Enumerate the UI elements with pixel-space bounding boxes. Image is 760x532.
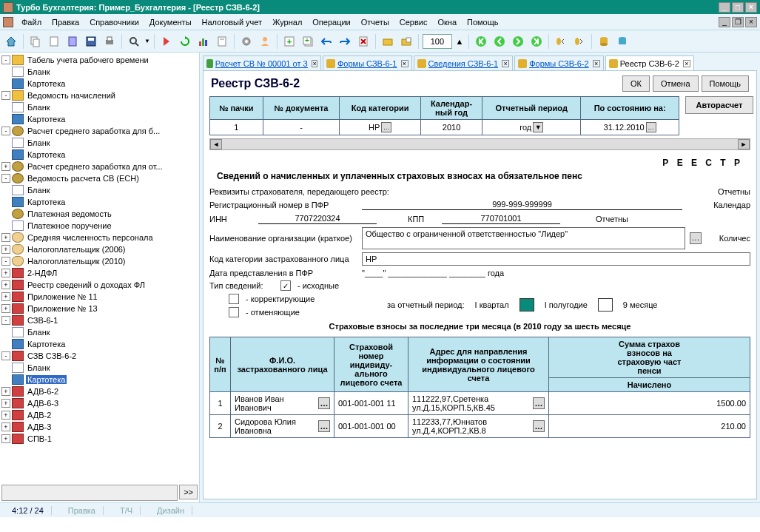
db2-icon[interactable] [614, 33, 630, 50]
tree-node[interactable]: Бланк [1, 326, 198, 338]
tree-node[interactable]: -Ведомость начислений [1, 90, 198, 101]
tree-node[interactable]: Платежное поручение [1, 220, 198, 232]
close-button[interactable]: × [745, 2, 757, 13]
menu-edit[interactable]: Правка [47, 16, 84, 29]
expand-icon[interactable]: + [1, 434, 10, 443]
addr-picker-icon[interactable]: … [533, 420, 545, 432]
tree-node[interactable]: -СЗВ-6-1 [1, 314, 198, 326]
tree-node[interactable]: +Приложение № 11 [1, 291, 198, 303]
tree-node[interactable]: +Приложение № 13 [1, 303, 198, 314]
tree-node[interactable]: +Налогоплательщик (2006) [1, 243, 198, 255]
tree-node[interactable]: +АДВ-6-3 [1, 397, 198, 409]
tree-node[interactable]: +Расчет среднего заработка для от... [1, 161, 198, 172]
home-icon[interactable] [3, 33, 19, 50]
tree-node[interactable]: +Реестр сведений о доходах ФЛ [1, 279, 198, 291]
cat-picker-icon[interactable]: … [381, 122, 391, 132]
db-prev-icon[interactable] [553, 33, 569, 50]
db-icon[interactable] [596, 33, 612, 50]
val-year[interactable]: 2010 [420, 120, 482, 135]
cell-snils[interactable]: 001-001-001 11 [334, 392, 408, 415]
copy-icon[interactable] [27, 33, 44, 50]
ok-button[interactable]: ОК [622, 75, 650, 92]
expand-icon[interactable]: + [1, 233, 10, 242]
table-row[interactable]: 2 Сидорова Юлия Ивановна… 001-001-001 00… [210, 415, 750, 438]
expand-icon[interactable]: + [1, 422, 10, 431]
tree-node[interactable]: Картотека [1, 196, 198, 208]
tree-node[interactable]: -СЗВ СЗВ-6-2 [1, 350, 198, 362]
field-date-pfr[interactable]: "____" _____________ ________ года [362, 269, 504, 277]
nav-first-icon[interactable] [473, 33, 489, 50]
doc-tab[interactable]: Сведения СЗВ-6-1× [414, 55, 514, 70]
tab-close-icon[interactable]: × [312, 60, 317, 67]
nav-last-icon[interactable] [528, 33, 545, 50]
doc-tab[interactable]: Реестр СЗВ-6-2× [605, 55, 694, 70]
folder-doc-icon[interactable] [380, 33, 396, 50]
nav-next-icon[interactable] [510, 33, 526, 50]
expand-icon[interactable]: + [1, 387, 10, 396]
table-row[interactable]: 1 Иванов Иван Иванович… 001-001-001 11 1… [210, 392, 750, 415]
refresh-icon[interactable] [177, 33, 193, 50]
autocalc-button[interactable]: Авторасчет [685, 96, 753, 114]
fio-picker-icon[interactable]: … [318, 420, 330, 432]
menu-reports[interactable]: Отчеты [356, 16, 394, 29]
cell-fio[interactable]: Сидорова Юлия Ивановна… [231, 415, 334, 438]
tree-node[interactable]: Картотека [1, 113, 198, 125]
cell-addr[interactable]: 112233,77,Юннатов ул.Д.4,КОРП.2,КВ.8… [408, 415, 549, 438]
expand-icon[interactable]: - [1, 91, 10, 100]
fio-picker-icon[interactable]: … [318, 397, 330, 409]
tab-close-icon[interactable]: × [502, 60, 509, 67]
val-asof[interactable]: 31.12.2010… [581, 120, 679, 135]
expand-icon[interactable]: - [1, 257, 10, 266]
expand-icon[interactable]: - [1, 174, 10, 183]
expand-icon[interactable]: - [1, 351, 10, 360]
minimize-button[interactable]: _ [719, 2, 730, 13]
field-inn[interactable]: 7707220324 [258, 213, 377, 224]
val-pack-no[interactable]: 1 [210, 120, 263, 135]
field-regpfr[interactable]: 999-999-999999 [362, 199, 682, 210]
tree-node[interactable]: Бланк [1, 137, 198, 149]
cancel-button[interactable]: Отмена [653, 75, 698, 92]
tree-node[interactable]: -Ведомость расчета СВ (ЕСН) [1, 172, 198, 184]
tree-node[interactable]: -Расчет среднего заработка для б... [1, 125, 198, 137]
add-icon[interactable]: + [281, 33, 297, 50]
check-otm[interactable] [229, 307, 239, 317]
period-dropdown-icon[interactable]: ▼ [533, 122, 543, 132]
scroll-left-icon[interactable]: ◄ [210, 139, 222, 149]
user-icon[interactable] [257, 33, 273, 50]
field-kpp[interactable]: 770701001 [442, 213, 560, 224]
tree-node[interactable]: +АДВ-6-2 [1, 385, 198, 397]
addr-picker-icon[interactable]: … [533, 397, 545, 409]
tree-pane[interactable]: -Табель учета рабочего времениБланкКарто… [0, 53, 200, 502]
save-icon[interactable] [83, 33, 99, 50]
tree-node[interactable]: Картотека [1, 374, 198, 385]
date-picker-icon[interactable]: … [646, 122, 656, 132]
expand-icon[interactable]: + [1, 411, 10, 420]
menu-docs[interactable]: Документы [144, 16, 197, 29]
tree-node[interactable]: Бланк [1, 184, 198, 196]
tab-close-icon[interactable]: × [401, 60, 408, 67]
org-picker-icon[interactable]: … [690, 232, 702, 244]
mdi-close[interactable]: × [745, 17, 757, 27]
val-doc-no[interactable]: - [263, 120, 340, 135]
tree-expand-button[interactable]: >> [179, 485, 198, 499]
doc-tab[interactable]: Формы СЗВ-6-1× [323, 55, 412, 70]
expand-icon[interactable]: + [1, 269, 10, 277]
tree-node[interactable]: +АДВ-2 [1, 409, 198, 421]
menu-ops[interactable]: Операции [307, 16, 355, 29]
tree-node[interactable]: Картотека [1, 149, 198, 161]
expand-icon[interactable]: + [1, 162, 10, 171]
menu-windows[interactable]: Окна [432, 16, 462, 29]
tree-node[interactable]: +Средняя численность персонала [1, 232, 198, 243]
tree-node[interactable]: +СПВ-1 [1, 433, 198, 445]
cell-amt[interactable]: 1500.00 [549, 392, 750, 415]
check-ish[interactable]: ✓ [280, 280, 291, 291]
tree-node[interactable]: -Налогоплательщик (2010) [1, 255, 198, 267]
cell-addr[interactable]: 111222,97,Сретенка ул.Д.15,КОРП.5,КВ.45… [408, 392, 549, 415]
expand-icon[interactable]: + [1, 292, 10, 301]
swatch-h1[interactable] [598, 298, 613, 312]
add2-icon[interactable]: + [300, 33, 316, 50]
new-icon[interactable] [46, 33, 62, 50]
run-icon[interactable] [158, 33, 175, 50]
expand-icon[interactable]: - [1, 316, 10, 325]
mdi-minimize[interactable]: _ [719, 17, 730, 27]
